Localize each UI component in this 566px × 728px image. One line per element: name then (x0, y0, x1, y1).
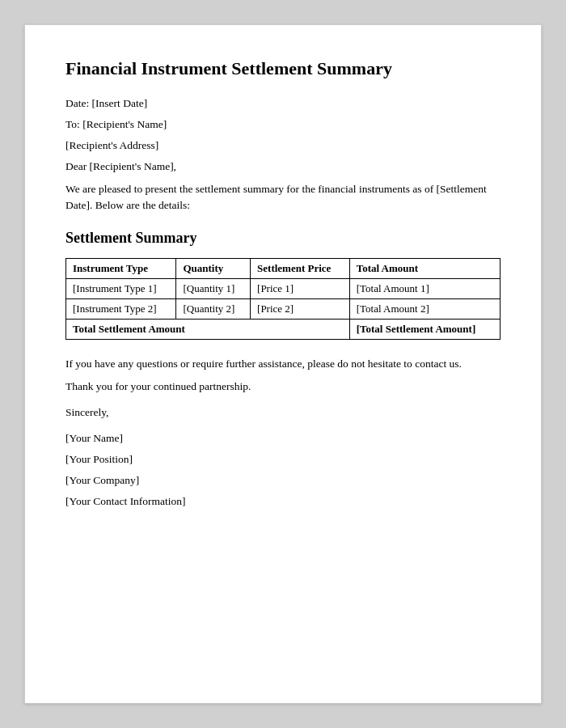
total-label: Total Settlement Amount (66, 320, 350, 340)
document: Financial Instrument Settlement Summary … (24, 24, 542, 704)
settlement-table: Instrument Type Quantity Settlement Pric… (65, 258, 501, 340)
greeting: Dear [Recipient's Name], (65, 160, 501, 173)
col-header-quantity: Quantity (176, 259, 251, 279)
quantity-1: [Quantity 1] (176, 279, 251, 299)
intro-paragraph: We are pleased to present the settlement… (65, 181, 501, 214)
to-line: To: [Recipient's Name] (65, 118, 501, 131)
signature-contact: [Your Contact Information] (65, 495, 501, 508)
table-header-row: Instrument Type Quantity Settlement Pric… (66, 259, 501, 279)
price-2: [Price 2] (251, 299, 350, 320)
total-amount-1: [Total Amount 1] (349, 279, 500, 299)
col-header-instrument: Instrument Type (66, 259, 176, 279)
settlement-section-title: Settlement Summary (65, 230, 501, 247)
signature-company: [Your Company] (65, 474, 501, 487)
thank-you-line: Thank you for your continued partnership… (65, 380, 501, 393)
total-amount-2: [Total Amount 2] (349, 299, 500, 320)
price-1: [Price 1] (251, 279, 350, 299)
instrument-type-1: [Instrument Type 1] (66, 279, 176, 299)
document-title: Financial Instrument Settlement Summary (65, 57, 501, 81)
col-header-total: Total Amount (349, 259, 500, 279)
contact-paragraph: If you have any questions or require fur… (65, 356, 501, 372)
date-line: Date: [Insert Date] (65, 97, 501, 110)
quantity-2: [Quantity 2] (176, 299, 251, 320)
total-value: [Total Settlement Amount] (349, 320, 500, 340)
signature-name: [Your Name] (65, 432, 501, 445)
total-settlement-row: Total Settlement Amount [Total Settlemen… (66, 320, 501, 340)
table-row: [Instrument Type 1] [Quantity 1] [Price … (66, 279, 501, 299)
col-header-price: Settlement Price (251, 259, 350, 279)
table-row: [Instrument Type 2] [Quantity 2] [Price … (66, 299, 501, 320)
signature-position: [Your Position] (65, 453, 501, 466)
address-line: [Recipient's Address] (65, 139, 501, 152)
instrument-type-2: [Instrument Type 2] (66, 299, 176, 320)
closing-word: Sincerely, (65, 406, 501, 419)
